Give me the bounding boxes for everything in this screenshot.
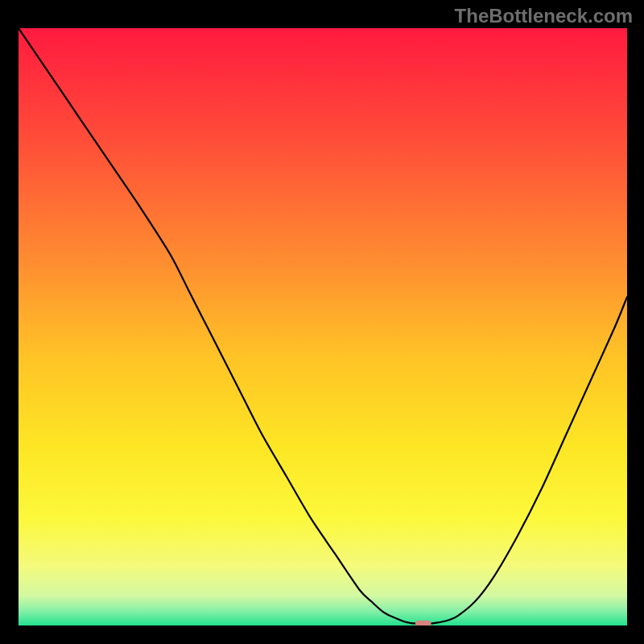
plot-area xyxy=(19,28,627,625)
watermark-text: TheBottleneck.com xyxy=(455,5,633,27)
optimum-marker xyxy=(415,621,431,625)
chart-svg xyxy=(19,28,627,625)
chart-frame: TheBottleneck.com xyxy=(0,0,644,644)
